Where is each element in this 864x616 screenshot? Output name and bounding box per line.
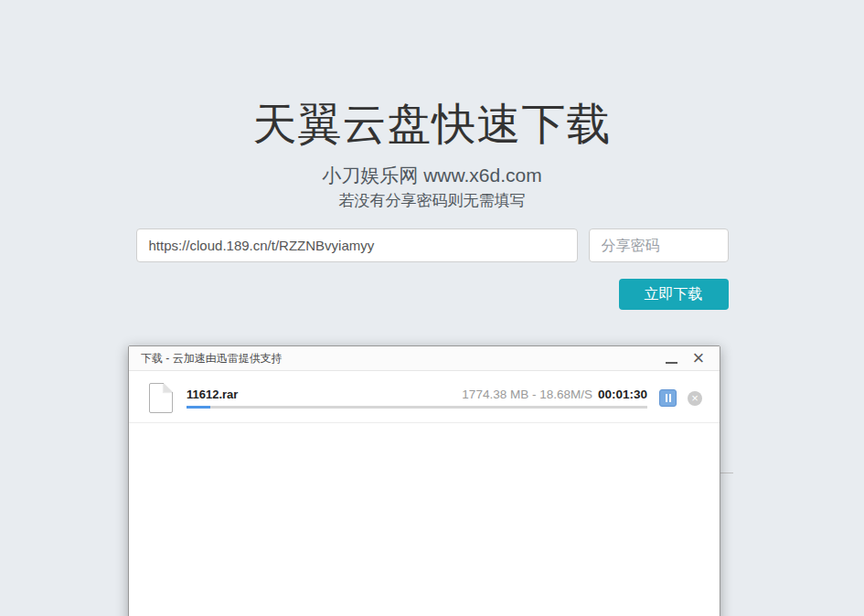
- hero-section: 天翼云盘快速下载 小刀娱乐网 www.x6d.com 若没有分享密码则无需填写: [0, 0, 864, 211]
- download-now-button[interactable]: 立即下载: [619, 279, 729, 310]
- progress-bar: [187, 406, 647, 409]
- site-subtitle: 小刀娱乐网 www.x6d.com: [0, 163, 864, 187]
- file-icon: [149, 383, 173, 413]
- close-button[interactable]: ×: [685, 346, 712, 370]
- pause-icon: [666, 394, 671, 402]
- progress-fill: [187, 406, 210, 409]
- page-title: 天翼云盘快速下载: [0, 97, 864, 152]
- button-row: 立即下载: [136, 279, 729, 310]
- minimize-icon: [666, 362, 677, 364]
- dialog-title: 下载 - 云加速由迅雷提供支持: [141, 351, 283, 366]
- file-info: 11612.rar 1774.38 MB - 18.68M/S 00:01:30: [187, 388, 647, 409]
- file-name: 11612.rar: [187, 388, 238, 401]
- password-hint-text: 若没有分享密码则无需填写: [0, 191, 864, 211]
- cancel-task-button[interactable]: ×: [688, 391, 702, 406]
- task-controls: ×: [659, 389, 702, 407]
- window-controls: ×: [657, 346, 712, 370]
- close-icon: ×: [693, 349, 705, 367]
- dialog-titlebar[interactable]: 下载 - 云加速由迅雷提供支持 ×: [129, 346, 720, 371]
- cancel-circle-icon: ×: [691, 392, 699, 404]
- time-remaining: 00:01:30: [598, 388, 647, 401]
- download-task-row: 11612.rar 1774.38 MB - 18.68M/S 00:01:30…: [129, 371, 720, 423]
- share-url-input[interactable]: [136, 228, 578, 262]
- pause-button[interactable]: [659, 389, 677, 407]
- share-password-input[interactable]: [589, 228, 729, 262]
- minimize-button[interactable]: [657, 346, 685, 370]
- download-form: 立即下载: [136, 228, 729, 310]
- download-dialog-window: 下载 - 云加速由迅雷提供支持 × 11612.rar 1774.38 MB -…: [128, 345, 720, 616]
- file-size-speed: 1774.38 MB - 18.68M/S: [462, 388, 592, 401]
- input-row: [136, 228, 729, 262]
